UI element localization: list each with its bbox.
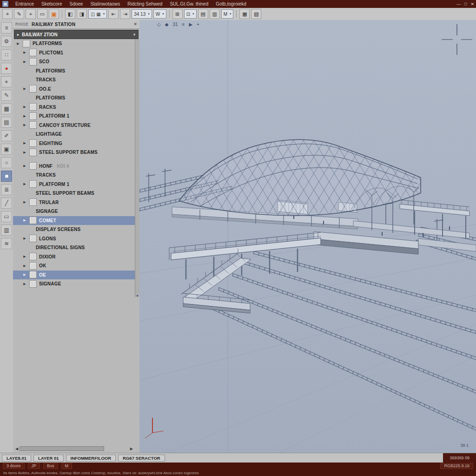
expand-arrow-icon[interactable]: ▶: [22, 182, 27, 186]
view-mode-combo[interactable]: ◫ ▦▾: [88, 9, 107, 19]
bottom-field-bus[interactable]: Bus: [43, 463, 58, 469]
half-left-view-icon[interactable]: ◧: [65, 9, 75, 19]
bottom-field-jp[interactable]: JP: [28, 463, 40, 469]
menu-item-stalinwotaows[interactable]: Stalinwotaows: [86, 1, 124, 7]
tree-row-honf[interactable]: ▶HONFKOI 4: [13, 162, 135, 171]
mode-combo[interactable]: M▾: [221, 9, 234, 19]
expand-arrow-icon[interactable]: ▶: [22, 273, 27, 277]
visibility-checkbox[interactable]: [29, 149, 37, 156]
visibility-checkbox[interactable]: [29, 262, 37, 270]
expand-arrow-icon[interactable]: ▶: [22, 123, 27, 127]
status-field-infommerfiloor[interactable]: INFOMMERFILOOR: [66, 455, 116, 462]
step-back-icon[interactable]: ⇤: [108, 9, 119, 19]
plane-tool-icon[interactable]: ▭: [1, 211, 12, 222]
layers-toggle-icon[interactable]: ▤: [198, 9, 208, 19]
chevron-down-icon[interactable]: ▾: [133, 33, 135, 37]
expand-arrow-icon[interactable]: ▶: [22, 151, 27, 154]
scroll-right-icon[interactable]: ▶: [130, 447, 133, 451]
tree-row-sco[interactable]: ▶SCO: [13, 57, 135, 66]
columns-toggle-icon[interactable]: ▥: [210, 9, 220, 19]
expand-arrow-icon[interactable]: ▶: [22, 264, 27, 268]
tree-row-tracks[interactable]: ▶TRACKS: [13, 171, 135, 180]
expand-arrow-icon[interactable]: ▶: [22, 282, 27, 286]
restore-icon[interactable]: □: [464, 2, 467, 7]
viewport-nav-icon-0[interactable]: ◇: [157, 22, 161, 27]
grid-size-combo[interactable]: 34 13▾: [132, 9, 152, 19]
visibility-checkbox[interactable]: [29, 58, 37, 66]
tree-row-comet[interactable]: ▶COMET: [13, 216, 135, 225]
tree-row-platform-1[interactable]: ▶PLATFORM 1: [13, 180, 135, 189]
tree-row-oe[interactable]: ▶OE: [13, 271, 135, 280]
tree-row-trular[interactable]: ▶TRULAR: [13, 198, 135, 207]
terrain-icon[interactable]: ≋: [1, 238, 12, 249]
visibility-checkbox[interactable]: [29, 180, 37, 188]
horizontal-scrollbar[interactable]: ◀ ▶: [15, 446, 133, 451]
tree-row-directional-signs[interactable]: ▶DIRECTIONAL SIGNS: [13, 243, 135, 252]
add-tool-icon[interactable]: +: [26, 9, 36, 19]
menu-item-sul-gt-gw-thined[interactable]: SUL.Gt.Gw. thined: [166, 1, 212, 7]
visibility-checkbox[interactable]: [29, 198, 37, 206]
component-icon[interactable]: ▣: [1, 144, 12, 155]
menu-item-sketscore[interactable]: Sketscore: [38, 1, 66, 7]
tree-row-steel-support-beams[interactable]: ▶STEEL SUPPORT BEAMS: [13, 148, 135, 157]
tree-row-tracks[interactable]: ▶TRACKS: [13, 75, 135, 85]
tree-row-signage[interactable]: ▶SIGNAGE: [13, 279, 135, 289]
minimize-icon[interactable]: —: [456, 2, 461, 7]
visibility-checkbox[interactable]: [29, 162, 37, 170]
select-tool-icon[interactable]: ⌖: [2, 9, 13, 19]
mesh-toggle-icon[interactable]: ▦: [239, 9, 250, 19]
tree-row-steel-support-beams[interactable]: ▶STEEL SUPPORT BEAMS: [13, 189, 135, 198]
visibility-checkbox[interactable]: [29, 280, 37, 288]
visibility-checkbox[interactable]: [29, 139, 37, 147]
rect-tool-icon[interactable]: ▭: [37, 9, 47, 19]
expand-arrow-icon[interactable]: ▶: [22, 237, 27, 240]
grid-icon[interactable]: ▦: [1, 103, 12, 114]
viewport-nav-icon-2[interactable]: 31: [172, 22, 178, 27]
paint-tool-icon[interactable]: ▣: [49, 9, 59, 19]
visibility-checkbox[interactable]: [29, 103, 37, 111]
layers-icon[interactable]: ▤: [1, 117, 12, 128]
tree-row-platform-1[interactable]: ▶PLATFORM 1: [13, 112, 135, 121]
grid-dots-icon[interactable]: ∷: [1, 49, 12, 60]
visibility-checkbox[interactable]: [29, 235, 37, 242]
menu-item-gotb-togroiekd[interactable]: Gotb,togroiekd: [212, 1, 250, 7]
expand-arrow-icon[interactable]: ▶: [16, 42, 20, 46]
visibility-checkbox[interactable]: [29, 49, 37, 56]
expand-arrow-icon[interactable]: ▶: [22, 60, 27, 64]
expand-arrow-icon[interactable]: ▶: [22, 164, 27, 168]
tree-row-plictom1[interactable]: ▶PLICTOM1: [13, 48, 135, 58]
tree-row-cancoy-structure[interactable]: ▶CANCOY STRUCTURE: [13, 121, 135, 130]
grid-toggle-icon[interactable]: ⊞: [172, 9, 183, 19]
table-icon[interactable]: ▥: [1, 225, 12, 236]
visibility-checkbox[interactable]: [29, 112, 37, 120]
status-field-laye8-01[interactable]: LAYE8.01: [2, 455, 31, 462]
settings-icon[interactable]: ⚙: [1, 36, 12, 47]
menu-item-sdoee[interactable]: Sdoee: [66, 1, 87, 7]
tree-row-oo-e[interactable]: ▶OO.E: [13, 85, 135, 94]
visibility-checkbox[interactable]: [29, 271, 37, 278]
visibility-checkbox[interactable]: [29, 253, 37, 260]
visibility-checkbox[interactable]: [29, 121, 37, 129]
status-field-rg67-seractor[interactable]: RG67 SERACTOR: [118, 455, 165, 462]
tree-row-platforms[interactable]: ▶PLATFORMS: [13, 66, 135, 76]
line-tool-icon[interactable]: ╱: [1, 198, 12, 209]
tree-row-lightiage[interactable]: ▶LIGHTIAGE: [13, 130, 135, 139]
vertical-scrollbar[interactable]: ▼: [135, 39, 139, 297]
close-window-icon[interactable]: ✕: [470, 2, 474, 7]
tree-row-ok[interactable]: ▶OK: [13, 261, 135, 271]
visibility-checkbox[interactable]: [29, 85, 37, 93]
shade-toggle-icon[interactable]: ▧: [251, 9, 261, 19]
expand-arrow-icon[interactable]: ▶: [22, 51, 27, 54]
tree-row-platforms[interactable]: ▶PLATFORMS: [13, 93, 135, 103]
close-icon[interactable]: ✕: [133, 22, 137, 26]
expand-arrow-icon[interactable]: ▶: [22, 255, 27, 258]
menu-item-entrance[interactable]: Entrance: [12, 1, 38, 7]
tree-row-display-screens[interactable]: ▶DISPLAY SCREENS: [13, 225, 135, 234]
width-combo[interactable]: W▾: [153, 9, 166, 19]
viewport-nav-icon-1[interactable]: ◆: [165, 22, 169, 27]
tree-row-eighting[interactable]: ▶EIGHTING: [13, 139, 135, 148]
caret-right-icon[interactable]: ▸: [17, 33, 19, 37]
pen-icon[interactable]: ✐: [1, 130, 12, 141]
record-icon[interactable]: ●: [1, 63, 12, 74]
bottom-field-3-doore[interactable]: 3 doore: [3, 463, 25, 469]
